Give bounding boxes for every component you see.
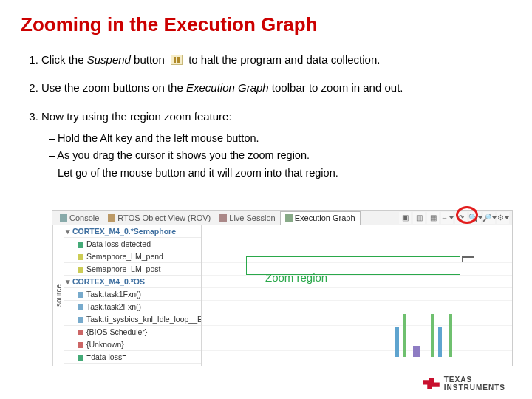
settings-button[interactable]: ⚙ — [497, 212, 509, 224]
panel-body: source CORTEX_M4_0.*Semaphore Data loss … — [52, 225, 512, 366]
step-2: Use the zoom buttons on the Execution Gr… — [41, 81, 511, 95]
dot-icon — [78, 342, 83, 348]
step-2b: toolbar to zoom in and out. — [269, 81, 403, 94]
rov-icon — [108, 214, 115, 222]
row-dataloss[interactable]: =data loss= — [64, 351, 201, 364]
toolbar-right: ▣ ▥ ▦ ↔ ⟳ 🔍 🔎 ⚙ — [399, 212, 509, 224]
dot-icon — [78, 355, 83, 361]
row-sem-post[interactable]: Semaphore_LM_post — [64, 263, 201, 276]
tab-live[interactable]: Live Session — [215, 211, 279, 225]
tab-exec-label: Execution Graph — [295, 214, 355, 222]
tab-live-label: Live Session — [229, 214, 275, 222]
row-task2[interactable]: Task.task2Fxn() — [64, 301, 201, 313]
dot-icon — [78, 267, 83, 273]
steps-list: Click the Suspend button to halt the pro… — [21, 52, 511, 180]
filter-button[interactable]: ▥ — [413, 212, 425, 224]
brand-line2: INSTRUMENTS — [444, 383, 505, 392]
step-1: Click the Suspend button to halt the pro… — [41, 52, 511, 67]
console-icon — [60, 214, 67, 222]
zoom-in-button[interactable]: 🔍 — [469, 212, 481, 224]
row-task1[interactable]: Task.task1Fxn() — [64, 288, 201, 301]
dot-icon — [78, 330, 83, 335]
row-sem-pend[interactable]: Semaphore_LM_pend — [64, 250, 201, 263]
suspend-icon — [171, 55, 183, 65]
step-1-suspend: Suspend — [87, 53, 131, 66]
step-2a: Use the zoom buttons on the — [41, 81, 186, 94]
row-label-column: CORTEX_M4_0.*Semaphore Data loss detecte… — [64, 225, 202, 366]
cursor-icon — [462, 256, 474, 258]
dot-icon — [78, 292, 83, 298]
dot-icon — [78, 317, 83, 323]
dot-icon — [78, 304, 83, 310]
tab-rov-label: RTOS Object View (ROV) — [117, 214, 211, 222]
step-3: Now try using the region zoom feature: H… — [41, 109, 511, 181]
step-2-execgraph: Execution Graph — [186, 81, 269, 94]
slide-title: Zooming in the Execution Graph — [21, 13, 511, 36]
timeline-chart[interactable]: Zoom region — [202, 225, 512, 366]
row-datalossdetected[interactable]: Data loss detected — [64, 238, 201, 250]
ti-wordmark: TEXAS INSTRUMENTS — [444, 375, 505, 392]
sub-b: As you drag the cursor it shows you the … — [49, 149, 511, 163]
ti-mark-icon — [423, 378, 440, 389]
brand-line1: TEXAS — [444, 375, 505, 383]
execution-graph-panel: Console RTOS Object View (ROV) Live Sess… — [52, 210, 513, 366]
row-scheduler[interactable]: {BIOS Scheduler} — [64, 326, 201, 338]
step-3-text: Now try using the region zoom feature: — [41, 110, 232, 123]
panel-toolbar: Console RTOS Object View (ROV) Live Sess… — [52, 211, 512, 225]
step-1b: button — [131, 53, 165, 66]
tab-rov[interactable]: RTOS Object View (ROV) — [103, 211, 215, 225]
dot-icon — [78, 242, 83, 248]
tree-toggle-button[interactable]: ▣ — [399, 212, 411, 224]
tab-execution-graph[interactable]: Execution Graph — [280, 211, 361, 225]
tab-console[interactable]: Console — [55, 211, 103, 225]
measure-button[interactable]: ↔ — [441, 212, 453, 224]
zoom-region-label: Zoom region — [265, 271, 327, 284]
sub-c: Let go of the mouse button and it will z… — [49, 166, 511, 181]
group-semaphore[interactable]: CORTEX_M4_0.*Semaphore — [64, 225, 201, 238]
execgraph-icon — [285, 214, 293, 222]
task-activity-bars — [395, 313, 462, 357]
cursor-icon-v — [462, 256, 463, 262]
row-idle[interactable]: Task.ti_sysbios_knl_Idle_loop__E() — [64, 313, 201, 326]
step-1c: to halt the program and data collection. — [188, 53, 380, 66]
zoom-region-button[interactable]: 🔎 — [483, 212, 495, 224]
grid-button[interactable]: ▦ — [427, 212, 439, 224]
step-1a: Click the — [41, 53, 87, 66]
live-icon — [219, 214, 227, 222]
sub-a: Hold the Alt key and the left mouse butt… — [49, 132, 511, 146]
refresh-button[interactable]: ⟳ — [455, 212, 467, 224]
zoom-region-pointer — [330, 279, 459, 279]
step-3-sublist: Hold the Alt key and the left mouse butt… — [41, 132, 511, 181]
row-unknown[interactable]: {Unknown} — [64, 338, 201, 351]
group-os[interactable]: CORTEX_M4_0.*OS — [64, 276, 201, 288]
ti-logo: TEXAS INSTRUMENTS — [423, 375, 505, 392]
dot-icon — [78, 254, 83, 260]
tab-console-label: Console — [69, 214, 99, 222]
source-axis-label: source — [52, 225, 64, 366]
